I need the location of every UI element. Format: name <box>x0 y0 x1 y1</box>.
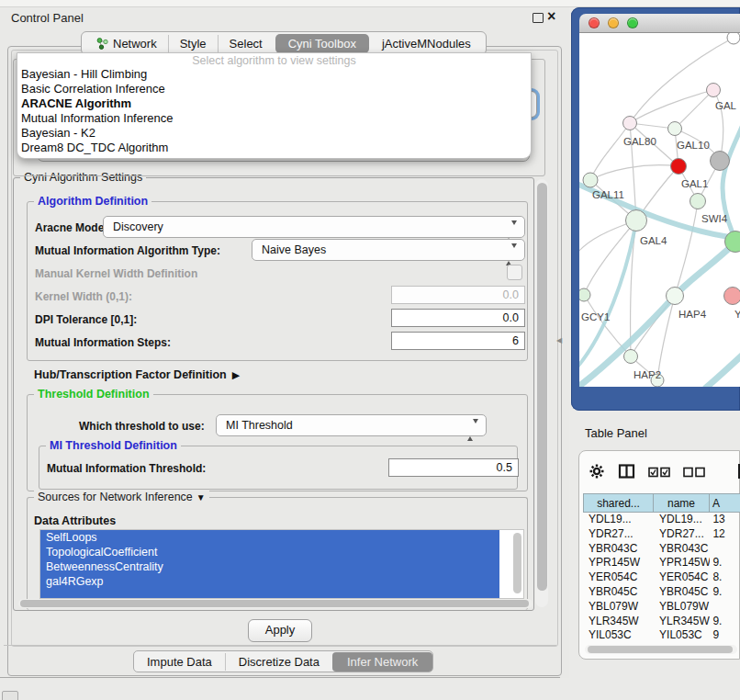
column-header[interactable]: shared... <box>583 493 654 513</box>
deselect-all-icon[interactable] <box>683 465 705 481</box>
aracne-mode-combobox[interactable]: Discovery <box>103 216 525 238</box>
network-node[interactable] <box>707 84 721 97</box>
gear-icon[interactable] <box>589 463 605 483</box>
bottom-tab-discretize-data[interactable]: Discretize Data <box>225 653 332 671</box>
algorithm-dropdown-list: Select algorithm to view settings Bayesi… <box>17 52 532 159</box>
node-label: HAP4 <box>678 309 707 320</box>
which-threshold-label: Which threshold to use: <box>79 420 205 433</box>
apply-button[interactable]: Apply <box>248 619 312 642</box>
table-cell <box>710 600 740 615</box>
split-pane-handle[interactable]: ◀ <box>556 336 562 344</box>
hub-definition-label: Hub/Transcription Factor Definition <box>34 368 227 381</box>
attributes-scrollbar[interactable] <box>513 533 521 593</box>
attribute-list-item[interactable]: TopologicalCoefficient <box>40 545 499 559</box>
table-row[interactable]: YPR145WYPR145W9. <box>583 556 740 570</box>
column-header[interactable]: A <box>710 493 740 513</box>
window-close-button[interactable] <box>589 17 600 28</box>
table-row[interactable]: YBR045CYBR045C9. <box>583 585 740 600</box>
network-node[interactable] <box>624 350 638 364</box>
data-attributes-label: Data Attributes <box>34 514 116 527</box>
mi-threshold-field[interactable]: 0.5 <box>388 458 519 477</box>
window-minimize-button[interactable] <box>608 17 619 28</box>
dropdown-item[interactable]: Mutual Information Inference <box>17 111 531 126</box>
float-icon[interactable] <box>533 13 544 23</box>
which-threshold-combobox[interactable]: MI Threshold <box>216 414 487 436</box>
column-header[interactable]: name <box>654 493 710 513</box>
tab-style[interactable]: Style <box>168 35 218 52</box>
network-window-titlebar[interactable] <box>579 14 740 33</box>
network-node[interactable] <box>727 33 740 44</box>
network-node[interactable] <box>690 194 706 209</box>
network-node[interactable] <box>671 159 687 175</box>
settings-horizontal-scrollbar[interactable] <box>18 599 533 608</box>
dropdown-item[interactable]: Bayesian - Hill Climbing <box>17 67 531 82</box>
table-row[interactable]: YDL19...YDL19...13 <box>583 513 740 527</box>
table-row[interactable]: YBR043CYBR043C <box>583 542 740 557</box>
mi-threshold-label: Mutual Information Threshold: <box>47 462 206 475</box>
tab-cyni-toolbox[interactable]: Cyni Toolbox <box>275 34 369 53</box>
close-icon[interactable]: × <box>547 8 555 25</box>
window-zoom-button[interactable] <box>627 17 638 28</box>
kernel-width-field[interactable]: 0.0 <box>391 286 525 304</box>
network-node[interactable] <box>583 173 598 187</box>
dropdown-item[interactable]: Bayesian - K2 <box>17 126 531 141</box>
node-label: GAL <box>715 100 737 111</box>
select-all-icon[interactable] <box>648 465 670 481</box>
mi-steps-field[interactable]: 6 <box>391 332 525 350</box>
hub-definition-toggle[interactable]: Hub/Transcription Factor Definition▶ <box>34 368 240 381</box>
tab-select[interactable]: Select <box>218 35 274 52</box>
settings-vertical-scrollbar[interactable] <box>535 179 548 607</box>
network-node[interactable] <box>623 117 637 130</box>
tab-label: jActiveMNodules <box>382 37 471 51</box>
table-row[interactable]: YDR27...YDR27...12 <box>583 527 740 542</box>
table-row[interactable]: YIL053CYIL053C9 <box>583 628 740 642</box>
tab-label: Style <box>180 37 207 51</box>
table-cell: YLR345W <box>583 615 654 629</box>
bottom-tab-infer-network[interactable]: Infer Network <box>332 652 432 672</box>
bottom-tab-impute-data[interactable]: Impute Data <box>134 653 225 671</box>
table-cell: 9. <box>710 615 740 629</box>
dpi-tolerance-field[interactable]: 0.0 <box>391 309 525 327</box>
algorithm-definition-title: Algorithm Definition <box>34 195 151 208</box>
manual-kernel-checkbox[interactable] <box>507 265 522 280</box>
network-node[interactable] <box>724 288 740 305</box>
attribute-list-item[interactable]: SelfLoops <box>40 530 499 545</box>
network-node[interactable] <box>711 152 730 171</box>
dropdown-item[interactable]: Basic Correlation Inference <box>17 82 531 96</box>
divider <box>4 645 556 646</box>
which-threshold-value: MI Threshold <box>226 419 293 432</box>
table-row[interactable]: YER054CYER054C8. <box>583 570 740 585</box>
table-row[interactable]: YBL079WYBL079W <box>583 600 740 615</box>
threshold-definition-group: Threshold Definition Which threshold to … <box>27 394 528 491</box>
network-node[interactable] <box>626 210 647 231</box>
attribute-list-item[interactable]: gal4RGexp <box>40 574 499 589</box>
table-horizontal-scrollbar[interactable] <box>585 645 737 654</box>
scrollbar-thumb[interactable] <box>537 183 547 591</box>
split-columns-icon[interactable] <box>618 463 635 483</box>
tab-network[interactable]: Network <box>85 35 168 52</box>
scrollbar-thumb[interactable] <box>588 646 733 653</box>
collapsed-panel-button[interactable] <box>2 691 18 700</box>
network-node[interactable] <box>667 288 684 305</box>
dropdown-placeholder: Select algorithm to view settings <box>17 54 531 67</box>
dropdown-item[interactable]: Dream8 DC_TDC Algorithm <box>17 141 531 155</box>
network-node[interactable] <box>668 122 682 136</box>
scrollbar-thumb[interactable] <box>20 600 529 607</box>
table-cell: YBR045C <box>654 585 710 600</box>
threshold-definition-title: Threshold Definition <box>34 388 153 401</box>
expand-right-icon: ▶ <box>232 369 240 380</box>
node-table[interactable]: shared...nameA YDL19...YDL19...13YDR27..… <box>583 493 740 642</box>
network-node[interactable] <box>579 288 590 301</box>
attribute-list-item[interactable]: BetweennessCentrality <box>40 559 499 574</box>
table-cell: YLR345W <box>654 615 710 629</box>
collapse-down-icon: ▼ <box>196 492 206 502</box>
network-canvas[interactable]: GALGAL80GAL10GAL1GAL11SWI4GAL4GCY1HAP4YH… <box>579 33 740 387</box>
table-cell: YBL079W <box>654 600 710 615</box>
dropdown-item[interactable]: ARACNE Algorithm <box>17 96 531 111</box>
mi-type-combobox[interactable]: Naive Bayes <box>252 239 525 261</box>
data-attributes-list[interactable]: SelfLoopsTopologicalCoefficientBetweenne… <box>39 529 524 599</box>
dpi-tolerance-label: DPI Tolerance [0,1]: <box>35 313 137 326</box>
attribute-list-item[interactable] <box>40 589 499 599</box>
table-row[interactable]: YLR345WYLR345W9. <box>583 615 740 629</box>
tab-jactivemnodules[interactable]: jActiveMNodules <box>371 35 482 52</box>
